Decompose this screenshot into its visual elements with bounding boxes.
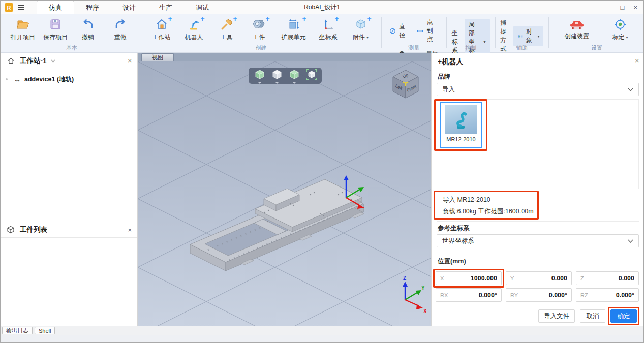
workpiece-list-close-icon[interactable]: × (128, 226, 132, 234)
hammer-tool-icon (220, 18, 233, 31)
redo-icon (114, 18, 127, 31)
ribbon-group-control: 坐标系 局部坐标系 ▾ 控制 (448, 14, 494, 52)
diameter-icon (389, 26, 396, 36)
ribbon-group-basic: 打开项目 保存项目 撤销 重做 基本 (4, 14, 140, 52)
position-y-field[interactable]: Y 0.000 (506, 271, 572, 285)
linear-rail-icon: ↔ (14, 75, 21, 83)
axis-x-label: X (423, 308, 427, 314)
measure-point-to-point-button[interactable]: 点到点 (417, 18, 438, 44)
home-icon (7, 57, 15, 65)
confirm-button[interactable]: 确定 (610, 309, 637, 323)
window-controls: – □ × (607, 4, 637, 11)
maximize-button[interactable]: □ (621, 4, 625, 11)
robot-info-line1: 导入 MR12-2010 (443, 196, 490, 204)
ribbon-divider (548, 17, 549, 48)
workstation-panel-header: 工作站-1 × (1, 53, 137, 69)
minimize-button[interactable]: – (607, 4, 611, 11)
workpiece-list-title: 工件列表 (20, 225, 47, 234)
plus-badge-icon: + (265, 15, 269, 22)
menu-tab-simulation[interactable]: 仿真 (37, 1, 74, 14)
main-area: 工作站-1 × ↔ addevice1 (地轨) 工件列表 × (1, 53, 644, 326)
robot-card-mr12-2010[interactable]: MR12-2010 (440, 102, 482, 148)
ribbon-divider (381, 17, 382, 48)
cube-outline-icon (7, 226, 15, 234)
chevron-down-icon: ▾ (366, 35, 369, 40)
measure-diameter-button[interactable]: 直径 (389, 18, 408, 44)
menu-tab-program[interactable]: 程序 (74, 1, 111, 14)
rotation-rx-field[interactable]: RX 0.000° (436, 288, 502, 302)
floppy-save-icon (49, 18, 62, 31)
cancel-button[interactable]: 取消 (580, 309, 605, 323)
chevron-down-icon (628, 239, 633, 243)
position-label: 位置(mm) (438, 257, 466, 266)
reference-frame-select[interactable]: 世界坐标系 (437, 234, 639, 247)
chevron-down-icon: ▾ (537, 34, 539, 39)
position-x-field[interactable]: X 1000.000 (436, 271, 502, 285)
ribbon-group-assist: 捕捉方式 对象 ▾ 选择方式 选择曲线 ▾ 辅助 (496, 14, 547, 52)
workstation-house-icon (155, 18, 168, 31)
ribbon-divider (446, 17, 447, 48)
panel-close-icon[interactable]: × (635, 57, 639, 65)
create-device-button[interactable]: 创建装置 (560, 16, 594, 41)
chevron-down-icon[interactable] (51, 59, 55, 63)
save-project-button[interactable]: 保存项目 (40, 16, 71, 42)
calibrate-button[interactable]: 标定▾ (607, 16, 633, 42)
robot-arm-icon (188, 18, 201, 31)
redo-button[interactable]: 重做 (105, 16, 136, 42)
panel-title: +机器人 (438, 57, 463, 67)
undo-button[interactable]: 撤销 (73, 16, 103, 42)
create-workpiece-button[interactable]: + 工件 (244, 16, 274, 42)
rotation-rz-field[interactable]: RZ 0.000° (576, 288, 639, 302)
tree-item-addevice1[interactable]: ↔ addevice1 (地轨) (1, 74, 137, 84)
plus-badge-icon: + (168, 15, 172, 22)
create-workstation-button[interactable]: + 工作站 (146, 16, 177, 42)
main-menu-icon[interactable] (18, 5, 24, 10)
bottom-tab-bar: 输出日志 Shell (1, 326, 643, 335)
left-panel: 工作站-1 × ↔ addevice1 (地轨) 工件列表 × (1, 53, 138, 326)
app-logo[interactable]: R (5, 3, 13, 12)
import-file-button[interactable]: 导入文件 (538, 309, 575, 323)
ribbon-divider (141, 17, 141, 48)
extension-unit-icon (287, 18, 300, 31)
create-coordinate-button[interactable]: + 坐标系 (313, 16, 344, 42)
menu-tab-bar: 仿真 程序 设计 生产 调试 (37, 1, 221, 14)
cube-attachment-icon (354, 18, 367, 31)
robot-card-label: MR12-2010 (446, 136, 475, 142)
viewport-tab-bar: 视图 (138, 53, 431, 61)
workstation-panel-close-icon[interactable]: × (128, 57, 132, 65)
create-robot-button[interactable]: + 机器人 (179, 16, 209, 42)
position-z-field[interactable]: Z 0.000 (576, 271, 639, 285)
title-bar: R 仿真 程序 设计 生产 调试 RobAI_设计1 – □ × (1, 1, 643, 14)
ribbon-group-create: + 工作站 + 机器人 + 工具 + 工件 (142, 14, 380, 52)
create-tool-button[interactable]: + 工具 (211, 16, 242, 42)
create-extension-unit-button[interactable]: + 扩展单元 (277, 16, 311, 42)
app-window: R 仿真 程序 设计 生产 调试 RobAI_设计1 – □ × 打开项目 (0, 0, 644, 343)
plus-badge-icon: + (334, 15, 339, 22)
close-button[interactable]: × (633, 4, 637, 11)
car-device-icon (569, 18, 585, 30)
folder-icon (16, 18, 29, 31)
brand-select[interactable]: 导入 (437, 83, 639, 96)
plus-badge-icon: + (200, 15, 204, 22)
open-project-button[interactable]: 打开项目 (8, 16, 38, 42)
snap-mode-dropdown[interactable]: 对象 ▾ (513, 26, 543, 46)
reference-frame-label: 参考坐标系 (438, 224, 470, 233)
output-log-tab[interactable]: 输出日志 (2, 327, 33, 334)
ribbon-toolbar: 打开项目 保存项目 撤销 重做 基本 (1, 14, 643, 53)
robot-info-line2: 负载:6.00kg 工作范围:1600.00m (443, 207, 534, 216)
rotation-ry-field[interactable]: RY 0.000° (506, 288, 572, 302)
viewport-tab-view[interactable]: 视图 (141, 53, 174, 61)
create-attachment-button[interactable]: + 附件▾ (346, 16, 376, 42)
ribbon-group-settings: 创建装置 标定▾ 设置 (550, 14, 643, 52)
viewport-canvas[interactable]: Up Left Front Z Y X (138, 61, 431, 326)
menu-tab-debug[interactable]: 调试 (184, 1, 221, 14)
plus-badge-icon: + (233, 15, 237, 22)
shell-tab[interactable]: Shell (35, 327, 55, 334)
divider (437, 254, 639, 254)
menu-tab-design[interactable]: 设计 (111, 1, 147, 14)
ribbon-divider (495, 17, 496, 48)
divider (437, 221, 639, 222)
menu-tab-production[interactable]: 生产 (147, 1, 184, 14)
point-to-point-icon (417, 28, 424, 34)
workpiece-list-header: 工件列表 × (1, 222, 137, 238)
